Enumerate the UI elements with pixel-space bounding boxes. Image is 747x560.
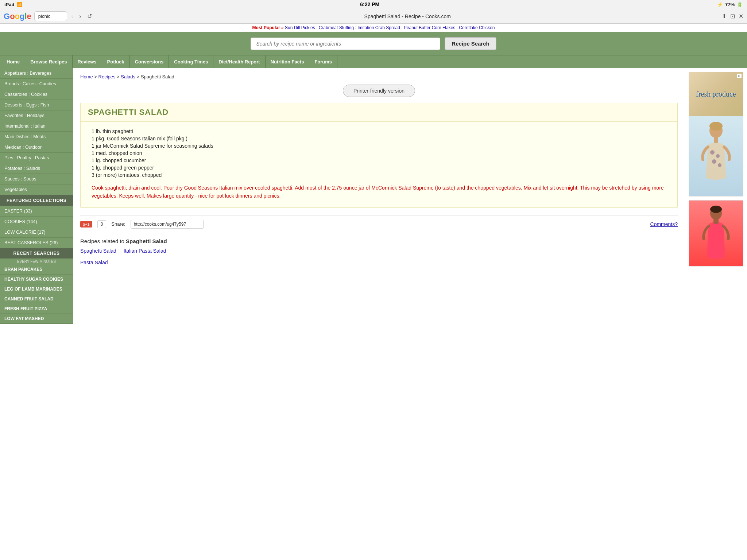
sidebar: Appetizers : Beverages Breads : Cakes : … bbox=[0, 68, 73, 324]
cat-appetizers[interactable]: Appetizers : Beverages bbox=[0, 68, 73, 79]
recent-lamb[interactable]: LEG OF LAMB MARINADES bbox=[0, 284, 73, 294]
content-area: Home > Recipes > Salads > Spaghetti Sala… bbox=[73, 68, 685, 324]
ingredient-list: 1 lb. thin spaghetti 1 pkg. Good Seasons… bbox=[92, 128, 666, 179]
ad-title: fresh produce bbox=[696, 90, 736, 98]
ingredient-2: 1 pkg. Good Seasons Italian mix (foil pk… bbox=[92, 135, 666, 142]
browser-chrome: Google ‹ › ↺ Spaghetti Salad - Recipe - … bbox=[0, 9, 747, 24]
related-link-3[interactable]: Pasta Salad bbox=[80, 260, 108, 265]
ingredient-3: 1 jar McCormick Salad Supreme for season… bbox=[92, 142, 666, 149]
ad-person-2 bbox=[689, 201, 743, 266]
ad-person-1 bbox=[689, 116, 743, 196]
ad-image-1: fresh produce bbox=[689, 72, 743, 116]
google-logo: Google bbox=[4, 12, 31, 21]
cat-vegetables[interactable]: Vegetables bbox=[0, 184, 73, 195]
featured-collections-title: FEATURED COLLECTIONS bbox=[0, 195, 73, 206]
search-input[interactable] bbox=[251, 38, 440, 50]
nav-potluck[interactable]: Potluck bbox=[102, 55, 130, 68]
ingredient-6: 1 lg. chopped green pepper bbox=[92, 164, 666, 171]
status-time: 6:22 PM bbox=[360, 1, 379, 7]
nav-home[interactable]: Home bbox=[0, 55, 25, 68]
share-icon[interactable]: ⬆ bbox=[722, 13, 727, 20]
share-url-input[interactable] bbox=[131, 220, 204, 229]
cat-pies[interactable]: Pies : Poultry : Pastas bbox=[0, 153, 73, 163]
popular-link-2[interactable]: Crabmeat Stuffing bbox=[319, 25, 354, 30]
popular-link-3[interactable]: Imitation Crab Spread bbox=[357, 25, 400, 30]
share-bar: g+1 0 Share: Comments? bbox=[80, 215, 678, 233]
tabs-icon[interactable]: ⊡ bbox=[730, 13, 735, 20]
nav-reviews[interactable]: Reviews bbox=[73, 55, 102, 68]
nav-forums[interactable]: Forums bbox=[309, 55, 337, 68]
nav-conversions[interactable]: Conversions bbox=[130, 55, 169, 68]
cat-mexican[interactable]: Mexican : Outdoor bbox=[0, 142, 73, 153]
status-bar: iPad 📶 6:22 PM ⚡ 77% 🔋 bbox=[0, 0, 747, 9]
battery-icon: 🔋 bbox=[737, 2, 743, 7]
svg-point-1 bbox=[709, 122, 723, 131]
svg-point-8 bbox=[710, 206, 722, 213]
cat-sauces[interactable]: Sauces : Soups bbox=[0, 174, 73, 184]
battery-label: 77% bbox=[725, 2, 735, 7]
cat-favorites[interactable]: Favorites : Holidays bbox=[0, 110, 73, 121]
ingredient-4: 1 med. chopped onion bbox=[92, 149, 666, 157]
recent-searches-list: BRAN PANCAKES HEALTHY SUGAR COOKIES LEG … bbox=[0, 265, 73, 324]
cat-main-dishes[interactable]: Main Dishes : Meats bbox=[0, 132, 73, 142]
cat-desserts[interactable]: Desserts : Eggs : Fish bbox=[0, 100, 73, 110]
recent-fruit-salad[interactable]: CANNED FRUIT SALAD bbox=[0, 294, 73, 304]
breadcrumb-recipes[interactable]: Recipes bbox=[98, 74, 116, 79]
nav-diet[interactable]: Diet/Health Report bbox=[213, 55, 265, 68]
recent-searches-subtitle: EVERY FEW MINUTES bbox=[0, 258, 73, 265]
popular-link-1[interactable]: Sun Dill Pickles bbox=[285, 25, 315, 30]
nav-cooking-times[interactable]: Cooking Times bbox=[169, 55, 213, 68]
person-silhouette bbox=[698, 120, 734, 192]
cat-international[interactable]: International : Italian bbox=[0, 121, 73, 132]
cat-potatoes[interactable]: Potatoes : Salads bbox=[0, 163, 73, 174]
status-left: iPad 📶 bbox=[4, 2, 22, 7]
collections-list: EASTER (33) COOKIES (144) LOW CALORIE (1… bbox=[0, 206, 73, 248]
popular-link-4[interactable]: Peanut Butter Corn Flakes bbox=[404, 25, 455, 30]
svg-rect-9 bbox=[713, 219, 719, 224]
gplus-button[interactable]: g+1 bbox=[80, 221, 92, 228]
ingredient-1: 1 lb. thin spaghetti bbox=[92, 128, 666, 135]
cat-casseroles[interactable]: Casseroles : Cookies bbox=[0, 89, 73, 100]
person-silhouette-2 bbox=[698, 204, 734, 262]
recent-mashed[interactable]: LOW FAT MASHED bbox=[0, 314, 73, 324]
bluetooth-icon: ⚡ bbox=[717, 2, 723, 7]
forward-button[interactable]: › bbox=[78, 12, 82, 20]
recipe-instructions: Cook spaghetti; drain and cool. Pour dry… bbox=[92, 184, 666, 200]
gplus-count: 0 bbox=[97, 220, 107, 228]
category-list: Appetizers : Beverages Breads : Cakes : … bbox=[0, 68, 73, 195]
wifi-icon: 📶 bbox=[16, 2, 22, 7]
share-label: Share: bbox=[111, 221, 125, 227]
printer-button[interactable]: Printer-friendly version bbox=[343, 85, 415, 97]
related-link-2[interactable]: Italian Pasta Salad bbox=[124, 248, 166, 254]
nav-bar: Home Browse Recipes Reviews Potluck Conv… bbox=[0, 55, 747, 68]
collection-cookies[interactable]: COOKIES (144) bbox=[0, 217, 73, 227]
comments-link[interactable]: Comments? bbox=[650, 221, 678, 227]
recent-bran[interactable]: BRAN PANCAKES bbox=[0, 265, 73, 275]
collection-casseroles[interactable]: BEST CASSEROLES (26) bbox=[0, 238, 73, 248]
ad-indicator: ▶ bbox=[737, 74, 742, 78]
reload-button[interactable]: ↺ bbox=[86, 12, 93, 20]
related-links: Spaghetti Salad Italian Pasta Salad Past… bbox=[80, 248, 678, 265]
recipe-title: SPAGHETTI SALAD bbox=[81, 103, 677, 122]
collection-low-calorie[interactable]: LOW CALORIE (17) bbox=[0, 227, 73, 238]
recent-fruit-pizza[interactable]: FRESH FRUIT PIZZA bbox=[0, 304, 73, 314]
svg-point-3 bbox=[716, 154, 720, 158]
recent-searches-title: RECENT SEARCHES bbox=[0, 248, 73, 258]
nav-nutrition[interactable]: Nutrition Facts bbox=[266, 55, 310, 68]
close-icon[interactable]: ✕ bbox=[739, 13, 743, 20]
ad-box-1: ▶ fresh produce bbox=[689, 72, 743, 197]
cat-breads[interactable]: Breads : Cakes : Candies bbox=[0, 79, 73, 89]
page-title: Spaghetti Salad - Recipe - Cooks.com bbox=[96, 13, 719, 19]
related-link-1[interactable]: Spaghetti Salad bbox=[80, 248, 116, 254]
search-button[interactable]: Recipe Search bbox=[445, 37, 496, 50]
back-button[interactable]: ‹ bbox=[70, 12, 75, 20]
breadcrumb-home[interactable]: Home bbox=[80, 74, 93, 79]
collection-easter[interactable]: EASTER (33) bbox=[0, 206, 73, 217]
popular-link-5[interactable]: Cornflake Chicken bbox=[459, 25, 495, 30]
nav-browse[interactable]: Browse Recipes bbox=[25, 55, 72, 68]
breadcrumb-current: Spaghetti Salad bbox=[141, 74, 174, 79]
recent-sugar-cookies[interactable]: HEALTHY SUGAR COOKIES bbox=[0, 275, 73, 284]
breadcrumb-salads[interactable]: Salads bbox=[121, 74, 135, 79]
related-title: Recipes related to Spaghetti Salad bbox=[80, 238, 678, 244]
url-input[interactable] bbox=[34, 11, 67, 21]
